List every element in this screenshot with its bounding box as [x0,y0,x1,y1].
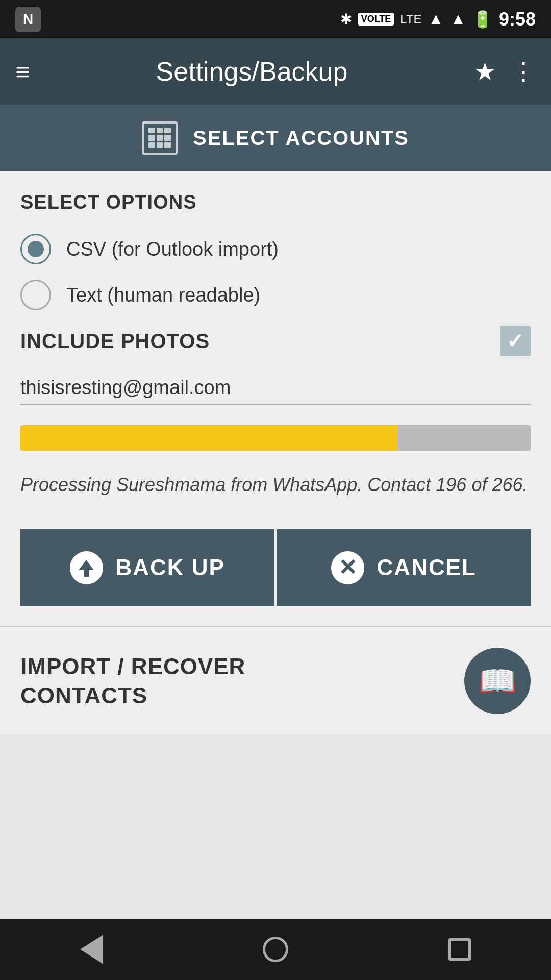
upload-arrow-svg [76,557,96,578]
app-bar: ≡ Settings/Backup ★ ⋮ [0,38,551,105]
include-photos-label: INCLUDE PHOTOS [20,330,210,353]
import-section: IMPORT / RECOVERCONTACTS 📖 [0,627,551,734]
format-radio-group: CSV (for Outlook import) Text (human rea… [20,234,531,310]
grid-icon [142,121,178,155]
grid-cell [157,142,163,148]
status-time: 9:58 [499,9,536,30]
backup-button[interactable]: BACK UP [20,529,274,606]
grid-inner [148,128,171,148]
more-options-icon[interactable]: ⋮ [511,57,536,86]
upload-icon [70,551,103,584]
book-icon: 📖 [479,663,517,699]
signal-icon-2: ▲ [450,10,466,29]
grid-cell [164,135,171,140]
grid-cell [148,135,155,140]
backup-label: BACK UP [116,555,225,580]
csv-option[interactable]: CSV (for Outlook import) [20,234,531,264]
recent-apps-nav-icon[interactable] [448,938,471,961]
email-input[interactable] [20,377,531,399]
app-logo: N [15,7,41,32]
text-label: Text (human readable) [66,284,260,306]
page-title: Settings/Backup [45,56,459,87]
include-photos-checkbox[interactable] [500,326,531,356]
text-option[interactable]: Text (human readable) [20,280,531,310]
status-bar-left: N [15,7,41,32]
grid-cell [148,142,155,148]
csv-label: CSV (for Outlook import) [66,238,279,260]
bluetooth-icon: ✱ [340,11,352,28]
text-radio[interactable] [20,280,51,310]
select-options-title: SELECT OPTIONS [20,191,531,213]
status-bar: N ✱ VOLTE LTE ▲ ▲ 🔋 9:58 [0,0,551,38]
import-title: IMPORT / RECOVERCONTACTS [20,652,245,710]
import-fab-button[interactable]: 📖 [464,648,531,714]
hamburger-menu-icon[interactable]: ≡ [15,58,30,86]
signal-icon: ▲ [428,10,444,29]
home-nav-icon[interactable] [263,937,288,962]
action-buttons: BACK UP ✕ CANCEL [20,529,531,606]
grid-cell [157,128,163,133]
progress-bar-fill [20,425,398,451]
main-content: SELECT OPTIONS CSV (for Outlook import) … [0,171,551,626]
email-field-wrapper [20,377,531,405]
cancel-icon: ✕ [331,551,364,584]
cancel-button[interactable]: ✕ CANCEL [277,529,531,606]
volte-badge: VOLTE [358,13,394,26]
status-bar-right: ✱ VOLTE LTE ▲ ▲ 🔋 9:58 [340,9,536,30]
back-nav-icon[interactable] [80,935,103,964]
svg-marker-0 [79,560,94,577]
csv-radio[interactable] [20,234,51,264]
grid-cell [164,142,171,148]
cancel-label: CANCEL [377,555,477,580]
include-photos-row: INCLUDE PHOTOS [20,326,531,356]
cancel-x-symbol: ✕ [338,556,357,579]
select-accounts-label: SELECT ACCOUNTS [193,127,409,150]
progress-bar [20,425,531,451]
grid-cell [148,128,155,133]
select-accounts-button[interactable]: SELECT ACCOUNTS [0,105,551,171]
lte-icon: LTE [400,12,421,27]
bottom-nav [0,919,551,980]
star-icon[interactable]: ★ [474,57,496,86]
battery-icon: 🔋 [472,10,493,29]
grid-cell [164,128,171,133]
processing-status-text: Processing Sureshmama from WhatsApp. Con… [20,471,531,499]
grid-cell [157,135,163,140]
